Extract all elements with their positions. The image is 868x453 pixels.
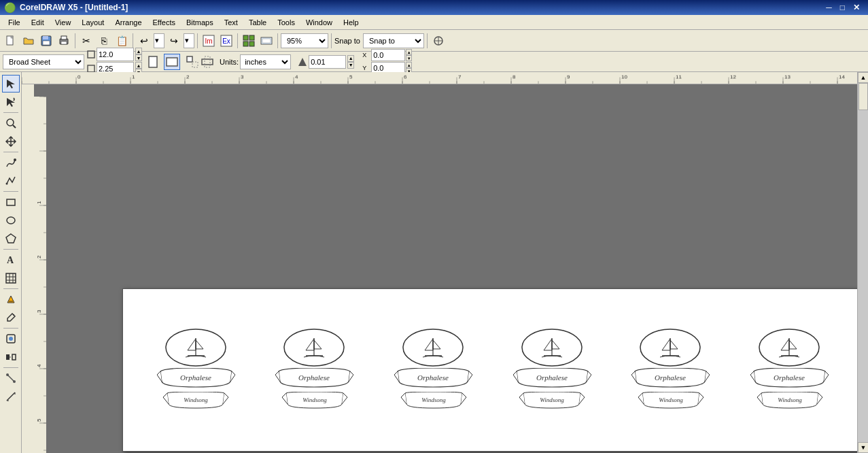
badge-2: Orphalese Windsong bbox=[275, 329, 353, 412]
undo-dropdown[interactable]: ▾ bbox=[154, 33, 164, 48]
select-tool[interactable] bbox=[2, 75, 20, 93]
sep1 bbox=[75, 33, 75, 48]
tool-sep5 bbox=[3, 288, 18, 289]
menu-layout[interactable]: Layout bbox=[76, 17, 109, 28]
menu-text[interactable]: Text bbox=[219, 17, 243, 28]
window-title: CorelDRAW X5 - [Untitled-1] bbox=[20, 3, 128, 12]
x-coord-input[interactable] bbox=[371, 49, 405, 61]
svg-marker-31 bbox=[7, 98, 15, 107]
ellipse-tool[interactable] bbox=[2, 212, 20, 229]
svg-rect-36 bbox=[7, 199, 15, 205]
table-tool[interactable] bbox=[2, 269, 20, 287]
menu-file[interactable]: File bbox=[3, 17, 26, 28]
y-up-btn[interactable]: ▲ bbox=[406, 62, 412, 68]
nudge-up-btn[interactable]: ▲ bbox=[347, 55, 354, 62]
menu-tools[interactable]: Tools bbox=[272, 17, 300, 28]
height-up-btn[interactable]: ▲ bbox=[135, 62, 142, 69]
save-button[interactable] bbox=[38, 33, 54, 49]
units-group: Units: inches cm mm pixels bbox=[220, 54, 291, 69]
svg-rect-28 bbox=[205, 56, 210, 67]
zoom-tool[interactable] bbox=[2, 114, 20, 132]
svg-text:Windsong: Windsong bbox=[778, 397, 802, 403]
export-button[interactable]: Ex bbox=[218, 33, 235, 49]
pan-tool[interactable] bbox=[2, 133, 20, 150]
maximize-btn[interactable]: □ bbox=[836, 3, 849, 12]
canvas-content[interactable]: Orphalese Windsong bbox=[34, 84, 857, 453]
import-button[interactable]: Im bbox=[201, 33, 217, 49]
paste-button[interactable]: 📋 bbox=[114, 33, 130, 49]
landscape-button[interactable] bbox=[164, 54, 180, 70]
x-down-btn[interactable]: ▼ bbox=[406, 55, 412, 61]
svg-text:Windsong: Windsong bbox=[540, 397, 565, 403]
minimize-btn[interactable]: ─ bbox=[822, 3, 836, 12]
svg-marker-38 bbox=[6, 234, 16, 243]
ruler-left bbox=[34, 97, 46, 453]
menu-window[interactable]: Window bbox=[300, 17, 338, 28]
scroll-track-v[interactable] bbox=[858, 83, 868, 442]
scroll-up-btn[interactable]: ▲ bbox=[858, 72, 868, 83]
scroll-down-btn[interactable]: ▼ bbox=[858, 442, 868, 453]
sep2 bbox=[133, 33, 133, 48]
freehand-pick-tool[interactable] bbox=[2, 93, 20, 111]
undo-button[interactable]: ↩ bbox=[136, 33, 152, 49]
menu-view[interactable]: View bbox=[50, 17, 77, 28]
rectangle-tool[interactable] bbox=[2, 193, 20, 211]
zoom-select[interactable]: 95% 100% 75% 50% bbox=[281, 33, 328, 48]
connector-tool[interactable] bbox=[2, 369, 20, 387]
svg-rect-3 bbox=[43, 36, 48, 39]
print-button[interactable] bbox=[56, 33, 72, 49]
badge-oval-5 bbox=[638, 329, 703, 368]
horizontal-ruler bbox=[22, 72, 857, 84]
menu-help[interactable]: Help bbox=[338, 17, 364, 28]
view-mode-button[interactable] bbox=[258, 33, 275, 49]
left-toolbar: A bbox=[0, 72, 22, 453]
freehand-tool[interactable] bbox=[2, 154, 20, 171]
fill-tool[interactable] bbox=[2, 290, 20, 308]
close-btn[interactable]: ✕ bbox=[849, 3, 864, 12]
polygon-tool[interactable] bbox=[2, 230, 20, 248]
svg-rect-24 bbox=[167, 58, 177, 66]
interactive-tool[interactable] bbox=[2, 330, 20, 348]
eyedropper-tool[interactable] bbox=[2, 309, 20, 326]
snap-to-select[interactable]: Snap to Grid Guidelines bbox=[363, 33, 424, 48]
text-tool[interactable]: A bbox=[2, 251, 20, 269]
tool-sep6 bbox=[3, 328, 18, 329]
sep6 bbox=[331, 33, 332, 48]
redo-dropdown[interactable]: ▾ bbox=[184, 33, 194, 48]
redo-button[interactable]: ↪ bbox=[166, 33, 182, 49]
width-down-btn[interactable]: ▼ bbox=[135, 54, 142, 61]
portrait-button[interactable] bbox=[145, 54, 161, 70]
copy-button[interactable]: ⎘ bbox=[96, 33, 112, 49]
cut-button[interactable]: ✂ bbox=[78, 33, 94, 49]
x-up-btn[interactable]: ▲ bbox=[406, 49, 412, 55]
svg-text:Windsong: Windsong bbox=[421, 397, 446, 403]
badge-oval-3 bbox=[401, 329, 466, 368]
svg-line-53 bbox=[7, 375, 14, 382]
svg-text:Windsong: Windsong bbox=[184, 397, 209, 403]
smart-draw-tool[interactable] bbox=[2, 172, 20, 190]
blend-tool[interactable] bbox=[2, 348, 20, 366]
page-width-input[interactable] bbox=[97, 48, 134, 61]
app-launcher-button[interactable] bbox=[241, 33, 257, 49]
units-select[interactable]: inches cm mm pixels bbox=[240, 54, 291, 69]
measure-tool[interactable] bbox=[2, 388, 20, 405]
nudge-down-btn[interactable]: ▼ bbox=[347, 62, 354, 69]
menu-effects[interactable]: Effects bbox=[147, 17, 181, 28]
document-page: Orphalese Windsong bbox=[122, 288, 857, 452]
width-up-btn[interactable]: ▲ bbox=[135, 48, 142, 54]
scroll-thumb-v[interactable] bbox=[858, 83, 868, 110]
x-label: X bbox=[362, 52, 370, 58]
menu-table[interactable]: Table bbox=[243, 17, 272, 28]
nudge-input[interactable] bbox=[309, 55, 346, 69]
sep7 bbox=[427, 33, 428, 48]
svg-text:Orphalese: Orphalese bbox=[180, 373, 211, 382]
menu-edit[interactable]: Edit bbox=[26, 17, 50, 28]
snap-settings-button[interactable] bbox=[430, 33, 447, 49]
new-button[interactable] bbox=[3, 33, 19, 49]
page-size-selector[interactable]: Broad Sheet Letter A4 bbox=[3, 54, 84, 69]
open-button[interactable] bbox=[20, 33, 37, 49]
svg-rect-12 bbox=[243, 35, 248, 40]
menu-arrange[interactable]: Arrange bbox=[109, 17, 147, 28]
svg-text:Orphalese: Orphalese bbox=[655, 373, 687, 382]
menu-bitmaps[interactable]: Bitmaps bbox=[181, 17, 219, 28]
